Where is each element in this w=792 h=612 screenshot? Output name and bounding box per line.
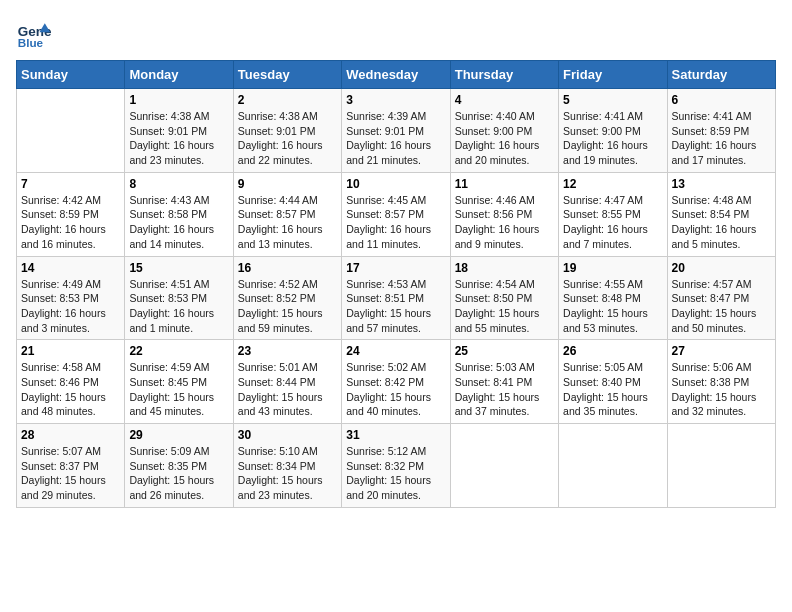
day-info: Sunrise: 4:59 AMSunset: 8:45 PMDaylight:… xyxy=(129,360,228,419)
calendar-cell xyxy=(559,424,667,508)
svg-text:Blue: Blue xyxy=(18,36,44,49)
day-info: Sunrise: 4:45 AMSunset: 8:57 PMDaylight:… xyxy=(346,193,445,252)
day-number: 18 xyxy=(455,261,554,275)
day-number: 22 xyxy=(129,344,228,358)
week-row-4: 21Sunrise: 4:58 AMSunset: 8:46 PMDayligh… xyxy=(17,340,776,424)
day-number: 1 xyxy=(129,93,228,107)
calendar-cell: 18Sunrise: 4:54 AMSunset: 8:50 PMDayligh… xyxy=(450,256,558,340)
day-info: Sunrise: 4:47 AMSunset: 8:55 PMDaylight:… xyxy=(563,193,662,252)
day-number: 28 xyxy=(21,428,120,442)
calendar-cell: 3Sunrise: 4:39 AMSunset: 9:01 PMDaylight… xyxy=(342,89,450,173)
day-info: Sunrise: 4:52 AMSunset: 8:52 PMDaylight:… xyxy=(238,277,337,336)
calendar-cell: 26Sunrise: 5:05 AMSunset: 8:40 PMDayligh… xyxy=(559,340,667,424)
day-header-wednesday: Wednesday xyxy=(342,61,450,89)
day-number: 9 xyxy=(238,177,337,191)
day-info: Sunrise: 5:03 AMSunset: 8:41 PMDaylight:… xyxy=(455,360,554,419)
day-info: Sunrise: 4:58 AMSunset: 8:46 PMDaylight:… xyxy=(21,360,120,419)
calendar-cell: 29Sunrise: 5:09 AMSunset: 8:35 PMDayligh… xyxy=(125,424,233,508)
week-row-1: 1Sunrise: 4:38 AMSunset: 9:01 PMDaylight… xyxy=(17,89,776,173)
calendar-cell: 28Sunrise: 5:07 AMSunset: 8:37 PMDayligh… xyxy=(17,424,125,508)
page-header: General Blue xyxy=(16,16,776,52)
day-number: 16 xyxy=(238,261,337,275)
calendar-cell: 7Sunrise: 4:42 AMSunset: 8:59 PMDaylight… xyxy=(17,172,125,256)
day-info: Sunrise: 5:02 AMSunset: 8:42 PMDaylight:… xyxy=(346,360,445,419)
logo: General Blue xyxy=(16,16,56,52)
day-number: 8 xyxy=(129,177,228,191)
day-info: Sunrise: 4:38 AMSunset: 9:01 PMDaylight:… xyxy=(238,109,337,168)
day-number: 2 xyxy=(238,93,337,107)
day-header-tuesday: Tuesday xyxy=(233,61,341,89)
day-info: Sunrise: 5:12 AMSunset: 8:32 PMDaylight:… xyxy=(346,444,445,503)
day-info: Sunrise: 4:43 AMSunset: 8:58 PMDaylight:… xyxy=(129,193,228,252)
logo-icon: General Blue xyxy=(16,16,52,52)
day-info: Sunrise: 4:46 AMSunset: 8:56 PMDaylight:… xyxy=(455,193,554,252)
day-info: Sunrise: 5:07 AMSunset: 8:37 PMDaylight:… xyxy=(21,444,120,503)
calendar-cell: 11Sunrise: 4:46 AMSunset: 8:56 PMDayligh… xyxy=(450,172,558,256)
calendar-cell: 31Sunrise: 5:12 AMSunset: 8:32 PMDayligh… xyxy=(342,424,450,508)
day-number: 24 xyxy=(346,344,445,358)
day-number: 31 xyxy=(346,428,445,442)
day-number: 17 xyxy=(346,261,445,275)
calendar-cell: 24Sunrise: 5:02 AMSunset: 8:42 PMDayligh… xyxy=(342,340,450,424)
day-number: 11 xyxy=(455,177,554,191)
day-number: 3 xyxy=(346,93,445,107)
calendar-cell: 8Sunrise: 4:43 AMSunset: 8:58 PMDaylight… xyxy=(125,172,233,256)
calendar-cell: 20Sunrise: 4:57 AMSunset: 8:47 PMDayligh… xyxy=(667,256,775,340)
day-info: Sunrise: 5:05 AMSunset: 8:40 PMDaylight:… xyxy=(563,360,662,419)
day-number: 19 xyxy=(563,261,662,275)
calendar-cell: 16Sunrise: 4:52 AMSunset: 8:52 PMDayligh… xyxy=(233,256,341,340)
day-info: Sunrise: 4:44 AMSunset: 8:57 PMDaylight:… xyxy=(238,193,337,252)
calendar-cell: 1Sunrise: 4:38 AMSunset: 9:01 PMDaylight… xyxy=(125,89,233,173)
day-info: Sunrise: 4:53 AMSunset: 8:51 PMDaylight:… xyxy=(346,277,445,336)
day-info: Sunrise: 4:38 AMSunset: 9:01 PMDaylight:… xyxy=(129,109,228,168)
day-number: 15 xyxy=(129,261,228,275)
day-number: 14 xyxy=(21,261,120,275)
day-number: 7 xyxy=(21,177,120,191)
calendar-cell: 4Sunrise: 4:40 AMSunset: 9:00 PMDaylight… xyxy=(450,89,558,173)
day-number: 23 xyxy=(238,344,337,358)
day-info: Sunrise: 4:39 AMSunset: 9:01 PMDaylight:… xyxy=(346,109,445,168)
week-row-2: 7Sunrise: 4:42 AMSunset: 8:59 PMDaylight… xyxy=(17,172,776,256)
calendar-cell: 13Sunrise: 4:48 AMSunset: 8:54 PMDayligh… xyxy=(667,172,775,256)
calendar-cell: 9Sunrise: 4:44 AMSunset: 8:57 PMDaylight… xyxy=(233,172,341,256)
day-number: 25 xyxy=(455,344,554,358)
day-number: 21 xyxy=(21,344,120,358)
day-info: Sunrise: 4:48 AMSunset: 8:54 PMDaylight:… xyxy=(672,193,771,252)
day-info: Sunrise: 4:40 AMSunset: 9:00 PMDaylight:… xyxy=(455,109,554,168)
day-number: 6 xyxy=(672,93,771,107)
calendar-cell: 15Sunrise: 4:51 AMSunset: 8:53 PMDayligh… xyxy=(125,256,233,340)
day-header-thursday: Thursday xyxy=(450,61,558,89)
header-row: SundayMondayTuesdayWednesdayThursdayFrid… xyxy=(17,61,776,89)
day-number: 13 xyxy=(672,177,771,191)
day-number: 10 xyxy=(346,177,445,191)
calendar-table: SundayMondayTuesdayWednesdayThursdayFrid… xyxy=(16,60,776,508)
calendar-cell xyxy=(17,89,125,173)
week-row-5: 28Sunrise: 5:07 AMSunset: 8:37 PMDayligh… xyxy=(17,424,776,508)
calendar-cell xyxy=(667,424,775,508)
calendar-cell: 22Sunrise: 4:59 AMSunset: 8:45 PMDayligh… xyxy=(125,340,233,424)
day-number: 20 xyxy=(672,261,771,275)
calendar-cell: 12Sunrise: 4:47 AMSunset: 8:55 PMDayligh… xyxy=(559,172,667,256)
calendar-cell: 14Sunrise: 4:49 AMSunset: 8:53 PMDayligh… xyxy=(17,256,125,340)
calendar-cell xyxy=(450,424,558,508)
day-info: Sunrise: 4:49 AMSunset: 8:53 PMDaylight:… xyxy=(21,277,120,336)
calendar-cell: 19Sunrise: 4:55 AMSunset: 8:48 PMDayligh… xyxy=(559,256,667,340)
calendar-cell: 6Sunrise: 4:41 AMSunset: 8:59 PMDaylight… xyxy=(667,89,775,173)
day-info: Sunrise: 4:42 AMSunset: 8:59 PMDaylight:… xyxy=(21,193,120,252)
calendar-cell: 21Sunrise: 4:58 AMSunset: 8:46 PMDayligh… xyxy=(17,340,125,424)
calendar-cell: 27Sunrise: 5:06 AMSunset: 8:38 PMDayligh… xyxy=(667,340,775,424)
day-info: Sunrise: 4:55 AMSunset: 8:48 PMDaylight:… xyxy=(563,277,662,336)
day-info: Sunrise: 5:01 AMSunset: 8:44 PMDaylight:… xyxy=(238,360,337,419)
day-number: 30 xyxy=(238,428,337,442)
day-info: Sunrise: 5:10 AMSunset: 8:34 PMDaylight:… xyxy=(238,444,337,503)
calendar-cell: 30Sunrise: 5:10 AMSunset: 8:34 PMDayligh… xyxy=(233,424,341,508)
day-info: Sunrise: 4:41 AMSunset: 8:59 PMDaylight:… xyxy=(672,109,771,168)
day-header-friday: Friday xyxy=(559,61,667,89)
day-info: Sunrise: 4:51 AMSunset: 8:53 PMDaylight:… xyxy=(129,277,228,336)
calendar-cell: 2Sunrise: 4:38 AMSunset: 9:01 PMDaylight… xyxy=(233,89,341,173)
day-info: Sunrise: 5:09 AMSunset: 8:35 PMDaylight:… xyxy=(129,444,228,503)
day-number: 29 xyxy=(129,428,228,442)
day-number: 27 xyxy=(672,344,771,358)
calendar-cell: 25Sunrise: 5:03 AMSunset: 8:41 PMDayligh… xyxy=(450,340,558,424)
day-number: 5 xyxy=(563,93,662,107)
